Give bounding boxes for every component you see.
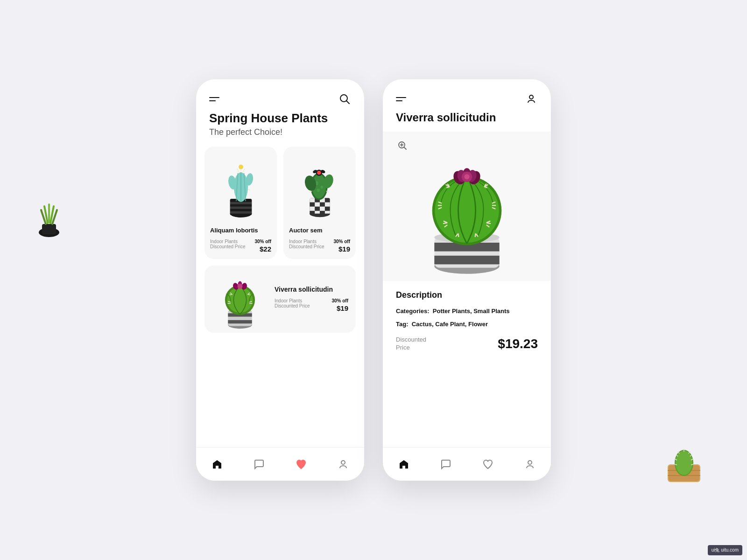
top-bar-left — [196, 79, 364, 111]
card-2-right: 30% off $19 — [333, 237, 350, 253]
svg-line-144 — [475, 234, 476, 237]
svg-rect-75 — [228, 320, 252, 323]
tag-label: Tag: — [396, 321, 408, 328]
plant-image-3 — [212, 271, 268, 327]
product-image-area — [383, 132, 551, 281]
card-3-discount-label: Discounted Price — [275, 303, 310, 308]
card-1-name: Aliquam lobortis — [210, 227, 271, 234]
card-3-meta: Indoor Plants Discounted Price 30% off $… — [275, 296, 348, 313]
svg-point-98 — [341, 461, 345, 464]
svg-line-87 — [248, 294, 251, 295]
svg-rect-107 — [434, 256, 499, 265]
svg-rect-27 — [230, 207, 252, 209]
svg-point-99 — [529, 95, 533, 99]
svg-rect-50 — [324, 203, 330, 207]
svg-rect-53 — [315, 211, 320, 214]
card-2-type: Indoor Plants — [289, 239, 324, 244]
categories-label: Categories: — [396, 308, 430, 315]
menu-button-right[interactable] — [396, 97, 406, 101]
card-2-discount: 30% off — [333, 239, 350, 244]
svg-point-151 — [464, 174, 469, 179]
page-title: Spring House Plants — [209, 111, 351, 126]
card-1-discount: 30% off — [254, 239, 271, 244]
nav-chat-right[interactable] — [437, 455, 455, 474]
card-3-price: $19 — [337, 304, 348, 312]
card-1-price: $22 — [260, 245, 271, 253]
nav-home-right[interactable] — [395, 455, 413, 474]
nav-home-left[interactable] — [208, 455, 226, 474]
phone-right: Viverra sollicitudin — [383, 79, 551, 481]
svg-point-142 — [473, 229, 478, 233]
card-1-right: 30% off $22 — [254, 237, 271, 253]
svg-line-38 — [248, 189, 250, 190]
page-subtitle: The perfect Choice! — [209, 127, 351, 137]
card-3-info: Viverra sollicitudin Indoor Plants Disco… — [275, 286, 348, 313]
svg-line-101 — [404, 147, 407, 150]
svg-point-22 — [340, 95, 347, 102]
card-3-name: Viverra sollicitudin — [275, 286, 348, 293]
tag-row: Tag: Cactus, Cafe Plant, Flower — [396, 320, 538, 329]
bottom-nav-left — [196, 447, 364, 481]
card-1-meta: Indoor Plants Discounted Price 30% off $… — [210, 237, 271, 253]
nav-user-left[interactable] — [334, 455, 352, 474]
svg-line-19 — [691, 464, 693, 465]
nav-user-right[interactable] — [521, 455, 539, 474]
svg-rect-1 — [42, 224, 56, 234]
tag-value: Cactus, Cafe Plant, Flower — [412, 321, 488, 328]
watermark: ui兔 uitu.com — [708, 545, 742, 555]
deco-plant-left — [28, 196, 70, 238]
nav-heart-left[interactable] — [292, 455, 310, 474]
card-2-meta: Indoor Plants Discounted Price 30% off $… — [289, 237, 350, 253]
deco-plant-right — [658, 434, 710, 485]
svg-rect-26 — [230, 202, 252, 204]
svg-rect-28 — [230, 211, 252, 214]
card-2-price: $19 — [338, 245, 350, 253]
plant-card-1[interactable]: Aliquam lobortis Indoor Plants Discounte… — [204, 147, 277, 259]
svg-rect-54 — [324, 211, 330, 214]
price-label: DiscountedPrice — [396, 336, 426, 352]
svg-line-41 — [243, 168, 245, 172]
bottom-nav-right — [383, 447, 551, 481]
plant-cards-grid: Aliquam lobortis Indoor Plants Discounte… — [196, 147, 364, 333]
plant-image-2 — [289, 152, 350, 222]
svg-line-141 — [458, 234, 458, 237]
user-button-right[interactable] — [525, 92, 538, 105]
left-header: Spring House Plants The perfect Choice! — [196, 111, 364, 147]
nav-chat-left[interactable] — [250, 455, 268, 474]
svg-point-12 — [676, 451, 692, 475]
svg-line-39 — [237, 168, 239, 172]
svg-point-152 — [528, 461, 532, 464]
svg-point-97 — [238, 284, 243, 289]
svg-rect-49 — [315, 203, 320, 207]
svg-line-23 — [347, 101, 350, 104]
card-3-type: Indoor Plants — [275, 298, 310, 303]
plant-card-3[interactable]: Viverra sollicitudin Indoor Plants Disco… — [204, 266, 356, 333]
svg-rect-51 — [310, 207, 315, 211]
categories-value: Potter Plants, Small Plants — [433, 308, 510, 315]
svg-point-42 — [239, 165, 243, 169]
card-1-meta-left: Indoor Plants Discounted Price — [210, 239, 246, 249]
nav-heart-right[interactable] — [479, 455, 497, 474]
description-section: Description Categories: Potter Plants, S… — [383, 281, 551, 357]
top-bar-right — [383, 79, 551, 111]
svg-rect-52 — [320, 207, 325, 211]
zoom-button[interactable] — [396, 139, 409, 152]
card-2-discount-label: Discounted Price — [289, 244, 324, 249]
card-2-meta-left: Indoor Plants Discounted Price — [289, 239, 324, 249]
svg-line-21 — [675, 464, 677, 465]
plant-card-2[interactable]: Auctor sem Indoor Plants Discounted Pric… — [283, 147, 356, 259]
svg-line-84 — [230, 294, 233, 295]
card-1-type: Indoor Plants — [210, 239, 246, 244]
card-1-info: Aliquam lobortis Indoor Plants Discounte… — [210, 227, 271, 253]
card-2-info: Auctor sem Indoor Plants Discounted Pric… — [289, 227, 350, 253]
card-1-discount-label: Discounted Price — [210, 244, 246, 249]
svg-point-139 — [456, 229, 460, 233]
card-3-right: 30% off $19 — [331, 296, 348, 313]
card-2-name: Auctor sem — [289, 227, 350, 234]
menu-button[interactable] — [209, 97, 219, 101]
categories-row: Categories: Potter Plants, Small Plants — [396, 307, 538, 316]
price-value: $19.23 — [498, 336, 538, 351]
svg-point-58 — [320, 186, 323, 189]
svg-point-67 — [317, 171, 321, 175]
search-button[interactable] — [338, 92, 351, 105]
